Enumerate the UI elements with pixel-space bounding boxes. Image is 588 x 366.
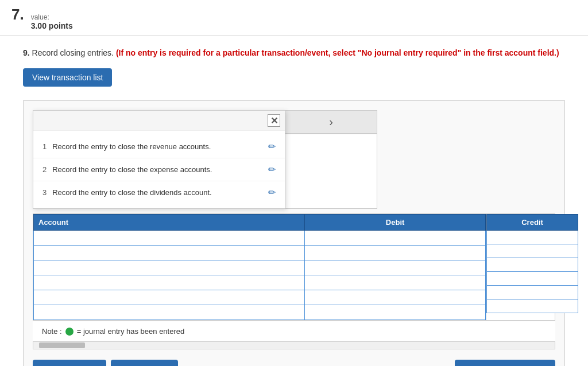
transaction-popup: ✕ 1 Record the entry to close the revenu… [33,110,285,209]
green-dot-icon [65,328,74,336]
question-number: 7. [11,6,24,24]
table-row [487,272,578,286]
credit-table: Credit [486,214,578,313]
value-label-container: value: 3.00 points [31,13,73,30]
note-text: = journal entry has been entered [77,327,185,336]
transaction-list: 1 Record the entry to close the revenue … [33,131,285,208]
edit-icon-2[interactable]: ✏ [268,164,276,175]
question-num-label: 9. [23,48,30,57]
value-label-text: value: [31,13,73,21]
credit-input-5[interactable] [487,286,578,299]
transaction-item-3: 3 Record the entry to close the dividend… [33,181,285,204]
edit-icon-3[interactable]: ✏ [268,187,276,198]
item-text-1: Record the entry to close the revenue ac… [52,142,268,151]
table-row [487,299,578,313]
item-text-3: Record the entry to close the dividends … [52,188,268,197]
table-row [487,231,578,244]
action-buttons-row: Record entry Clear entry View general jo… [33,355,555,366]
credit-input-2[interactable] [487,244,578,258]
table-row [34,275,486,290]
credit-input-6[interactable] [487,299,578,313]
item-text-2: Record the entry to close the expense ac… [52,165,268,174]
journal-entry-area: Account Debit [33,213,555,321]
table-row [34,231,486,246]
debit-col-header: Debit [305,215,486,231]
table-row [487,286,578,299]
table-row [34,246,486,260]
edit-icon-1[interactable]: ✏ [268,141,276,152]
note-section: Note : = journal entry has been entered [33,321,555,341]
instruction: 9. Record closing entries. (If no entry … [23,47,565,59]
header-bar: 7. value: 3.00 points [0,0,588,36]
red-instruction-text: (If no entry is required for a particula… [116,48,559,57]
popup-wrapper: ✕ 1 Record the entry to close the revenu… [33,110,555,209]
close-button[interactable]: ✕ [268,114,280,127]
table-row [34,260,486,275]
credit-input-4[interactable] [487,272,578,285]
main-content: 9. Record closing entries. (If no entry … [0,36,588,366]
value-points: 3.00 points [31,21,73,30]
table-row [487,258,578,272]
table-row [34,290,486,305]
transaction-item-1: 1 Record the entry to close the revenue … [33,135,285,158]
table-row [34,305,486,320]
view-general-journal-button[interactable]: View general journal [455,360,555,366]
outer-container: ✕ 1 Record the entry to close the revenu… [23,100,565,366]
credit-input-3[interactable] [487,258,578,271]
close-icon: ✕ [270,115,278,126]
scrollbar-thumb[interactable] [39,342,85,348]
view-transaction-button[interactable]: View transaction list [23,68,112,87]
clear-entry-button[interactable]: Clear entry [111,360,177,366]
transaction-item-2: 2 Record the entry to close the expense … [33,158,285,181]
popup-header: ✕ [33,111,285,131]
next-arrow-button[interactable]: › [285,111,377,134]
main-instruction-text: Record closing entries. [32,48,114,57]
right-panel: › [285,110,377,209]
scrollbar[interactable] [33,341,555,349]
credit-column-area: Credit [486,213,555,321]
debit-table: Account Debit [33,214,486,320]
credit-col-header: Credit [487,215,578,231]
item-num-2: 2 [42,165,47,174]
note-prefix: Note : [42,327,62,336]
credit-input-1[interactable] [487,231,578,244]
table-row [487,244,578,258]
right-panel-content [285,134,377,208]
accounts-debit-area: Account Debit [33,213,486,321]
record-entry-button[interactable]: Record entry [33,360,106,366]
item-num-1: 1 [42,142,47,151]
item-num-3: 3 [42,188,47,197]
